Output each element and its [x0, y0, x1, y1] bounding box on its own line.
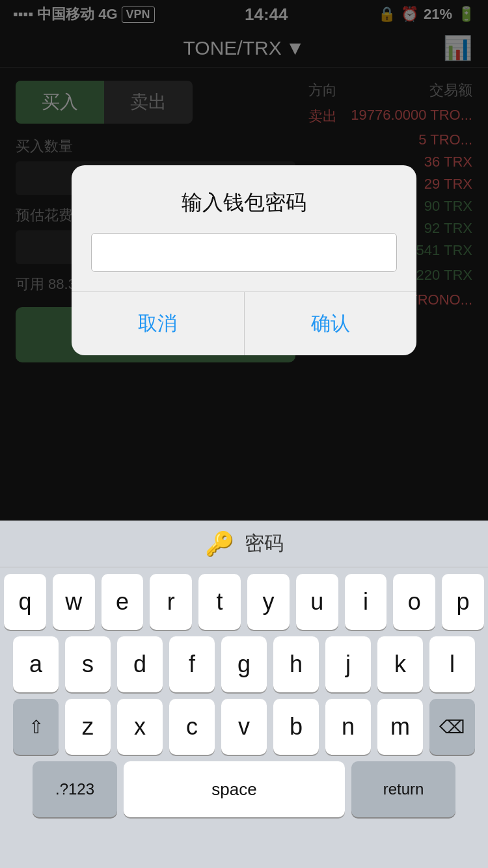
- key-v[interactable]: v: [221, 699, 267, 755]
- key-x[interactable]: x: [117, 699, 163, 755]
- wallet-password-modal: 输入钱包密码 取消 确认: [72, 165, 416, 355]
- return-key[interactable]: return: [351, 761, 455, 817]
- key-n[interactable]: n: [325, 699, 371, 755]
- key-z[interactable]: z: [65, 699, 111, 755]
- key-s[interactable]: s: [65, 636, 111, 692]
- key-c[interactable]: c: [169, 699, 215, 755]
- key-y[interactable]: y: [247, 574, 290, 630]
- key-j[interactable]: j: [325, 636, 371, 692]
- key-l[interactable]: l: [429, 636, 475, 692]
- key-r[interactable]: r: [150, 574, 192, 630]
- key-o[interactable]: o: [393, 574, 435, 630]
- key-icon: 🔑: [205, 530, 234, 558]
- key-p[interactable]: p: [442, 574, 484, 630]
- key-row-2: a s d f g h j k l: [4, 636, 484, 692]
- key-q[interactable]: q: [4, 574, 46, 630]
- key-f[interactable]: f: [169, 636, 215, 692]
- key-a[interactable]: a: [13, 636, 59, 692]
- key-e[interactable]: e: [102, 574, 144, 630]
- key-row-4: .?123 space return: [4, 761, 484, 817]
- key-w[interactable]: w: [53, 574, 95, 630]
- keyboard-rows: q w e r t y u i o p a s d f g h j k l ⇧ …: [0, 567, 488, 828]
- key-m[interactable]: m: [377, 699, 423, 755]
- key-k[interactable]: k: [377, 636, 423, 692]
- key-row-3: ⇧ z x c v b n m ⌫: [4, 699, 484, 755]
- key-g[interactable]: g: [221, 636, 267, 692]
- password-input[interactable]: [91, 233, 397, 272]
- key-u[interactable]: u: [296, 574, 338, 630]
- modal-input-wrap: [72, 233, 416, 292]
- symbols-key[interactable]: .?123: [33, 761, 117, 817]
- modal-actions: 取消 确认: [72, 292, 416, 355]
- confirm-button[interactable]: 确认: [245, 292, 417, 355]
- key-d[interactable]: d: [117, 636, 163, 692]
- key-row-1: q w e r t y u i o p: [4, 574, 484, 630]
- backspace-key[interactable]: ⌫: [429, 699, 475, 755]
- modal-overlay: 输入钱包密码 取消 确认: [0, 0, 488, 521]
- key-t[interactable]: t: [198, 574, 241, 630]
- modal-title: 输入钱包密码: [72, 165, 416, 233]
- key-i[interactable]: i: [345, 574, 387, 630]
- shift-key[interactable]: ⇧: [13, 699, 59, 755]
- keyboard-area: 🔑 密码 q w e r t y u i o p a s d f g h j k…: [0, 521, 488, 868]
- space-key[interactable]: space: [124, 761, 345, 817]
- keyboard-password-bar: 🔑 密码: [0, 521, 488, 567]
- key-h[interactable]: h: [273, 636, 319, 692]
- key-b[interactable]: b: [273, 699, 319, 755]
- cancel-button[interactable]: 取消: [72, 292, 245, 355]
- password-bar-label: 密码: [245, 530, 284, 557]
